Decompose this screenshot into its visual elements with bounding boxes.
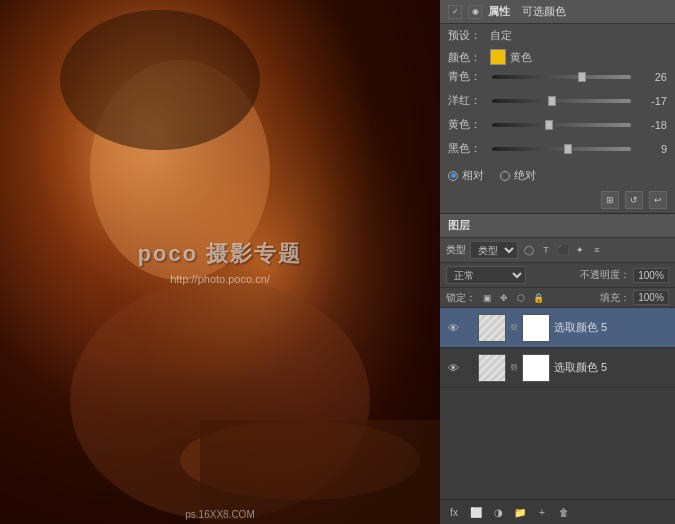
radio-absolute-circle[interactable] [500,171,510,181]
properties-header: ✓ ◉ 属性 可选颜色 [440,0,675,24]
opacity-label: 不透明度： [580,268,630,282]
filter-icon-3[interactable]: ⬛ [556,243,570,257]
cyan-slider-row: 青色： 26 [440,68,675,86]
radio-relative[interactable]: 相对 [448,168,484,183]
preset-row: 预设： 自定 [440,24,675,46]
radio-absolute-label: 绝对 [514,168,536,183]
cyan-thumb[interactable] [578,72,586,82]
properties-title: 属性 [488,4,510,19]
footer-group-btn[interactable]: 📁 [512,504,528,520]
footer-trash-btn[interactable]: 🗑 [556,504,572,520]
filter-select[interactable]: 类型 [470,241,518,259]
properties-section: ✓ ◉ 属性 可选颜色 预设： 自定 颜色： 黄色 青色： 26 [440,0,675,214]
layer-type-name: 可选颜色 [522,4,566,19]
properties-toolbar: ⊞ ↺ ↩ [440,187,675,213]
link-icon-2 [464,361,474,375]
color-label: 颜色： [448,50,490,65]
yellow-track[interactable] [492,123,631,127]
cyan-value: 26 [637,71,667,83]
magenta-thumb[interactable] [548,96,556,106]
filter-icon-5[interactable]: ≡ [590,243,604,257]
filter-icon-4[interactable]: ✦ [573,243,587,257]
lock-label: 锁定： [446,291,476,305]
footer-add-btn[interactable]: + [534,504,550,520]
cyan-label: 青色： [448,69,486,84]
fill-value[interactable]: 100% [633,290,669,305]
magenta-label: 洋红： [448,93,486,108]
footer-adj-btn[interactable]: ◑ [490,504,506,520]
bottom-text: ps.16XX8.COM [185,509,254,520]
lock-all[interactable]: 🔒 [531,291,545,305]
tool-btn-1[interactable]: ⊞ [601,191,619,209]
layer-thumb-2 [478,354,506,382]
color-row: 颜色： 黄色 [440,46,675,68]
radio-relative-circle[interactable] [448,171,458,181]
footer-icons: fx ⬜ ◑ 📁 + 🗑 [446,504,572,520]
magenta-slider-row: 洋红： -17 [440,92,675,110]
preset-label: 预设： [448,28,490,43]
radio-absolute[interactable]: 绝对 [500,168,536,183]
fill-row: 填充： 100% [600,290,669,305]
black-track[interactable] [492,147,631,151]
image-panel: poco 摄影专题 http://photo.poco.cn/ ps.16XX8… [0,0,440,524]
lock-checkered[interactable]: ▣ [480,291,494,305]
blend-opacity-row: 正常 不透明度： 100% [440,263,675,288]
layer-item-1[interactable]: 👁 ⛓ 选取颜色 5 [440,308,675,348]
radio-relative-label: 相对 [462,168,484,183]
layers-title: 图层 [448,219,470,231]
color-swatch[interactable] [490,49,506,65]
tool-btn-2[interactable]: ↺ [625,191,643,209]
layers-filter-toolbar: 类型 类型 ◯ T ⬛ ✦ ≡ [440,238,675,263]
black-value: 9 [637,143,667,155]
opacity-row: 不透明度： 100% [580,268,669,283]
filter-icon-1[interactable]: ◯ [522,243,536,257]
layers-header: 图层 [440,214,675,238]
filter-type-label: 类型 [446,243,466,257]
layers-list: 👁 ⛓ 选取颜色 5 👁 ⛓ 选取颜色 5 [440,308,675,499]
filter-icons: ◯ T ⬛ ✦ ≡ [522,243,604,257]
right-panel: ✓ ◉ 属性 可选颜色 预设： 自定 颜色： 黄色 青色： 26 [440,0,675,524]
tool-btn-3[interactable]: ↩ [649,191,667,209]
lock-fill-row: 锁定： ▣ ✥ ⬡ 🔒 填充： 100% [440,288,675,308]
eye-prop-icon: ◉ [468,5,482,19]
mask-white-1 [522,314,550,342]
footer-mask-btn[interactable]: ⬜ [468,504,484,520]
opacity-value[interactable]: 100% [633,268,669,283]
filter-icon-2[interactable]: T [539,243,553,257]
preset-value[interactable]: 自定 [490,28,512,43]
yellow-label: 黄色： [448,117,486,132]
link-icon-1 [464,321,474,335]
image-background [0,0,440,524]
color-value: 黄色 [510,50,532,65]
layers-section: 图层 类型 类型 ◯ T ⬛ ✦ ≡ 正常 不透明度： 100% [440,214,675,524]
eye-icon-1[interactable]: 👁 [446,321,460,335]
eye-icon-2[interactable]: 👁 [446,361,460,375]
footer-fx-btn[interactable]: fx [446,504,462,520]
lock-move[interactable]: ✥ [497,291,511,305]
cyan-track[interactable] [492,75,631,79]
layer-name-1: 选取颜色 5 [554,320,669,335]
yellow-value: -18 [637,119,667,131]
svg-point-3 [60,10,260,150]
black-label: 黑色： [448,141,486,156]
magenta-track[interactable] [492,99,631,103]
yellow-slider-row: 黄色： -18 [440,116,675,134]
layers-footer: fx ⬜ ◑ 📁 + 🗑 [440,499,675,524]
chain-icon-2: ⛓ [510,363,518,372]
magenta-value: -17 [637,95,667,107]
mask-white-2 [522,354,550,382]
fill-label: 填充： [600,291,630,305]
layer-thumb-1 [478,314,506,342]
check-icon: ✓ [448,5,462,19]
blend-mode-select[interactable]: 正常 [446,266,526,284]
black-thumb[interactable] [564,144,572,154]
lock-artboard[interactable]: ⬡ [514,291,528,305]
chain-icon-1: ⛓ [510,323,518,332]
radio-row: 相对 绝对 [440,164,675,187]
yellow-thumb[interactable] [545,120,553,130]
layer-name-2: 选取颜色 5 [554,360,669,375]
black-slider-row: 黑色： 9 [440,140,675,158]
layer-item-2[interactable]: 👁 ⛓ 选取颜色 5 [440,348,675,388]
lock-icons: ▣ ✥ ⬡ 🔒 [480,291,596,305]
